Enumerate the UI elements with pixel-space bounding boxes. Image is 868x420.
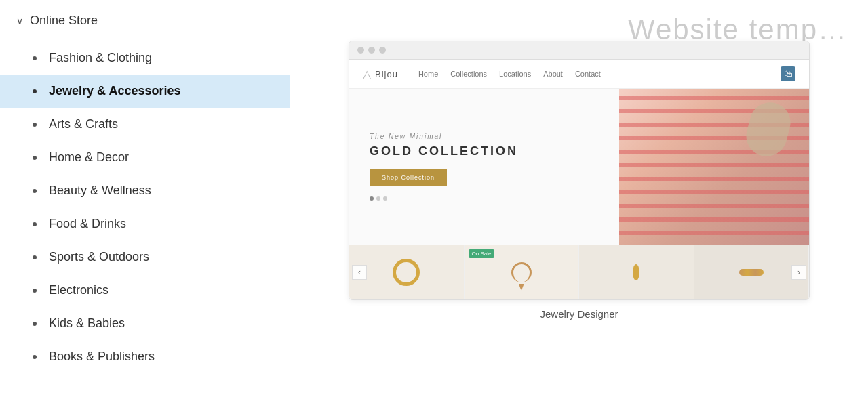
sidebar-item-label: Food & Drinks: [49, 217, 126, 231]
page-title-area: Website temp…: [311, 14, 848, 41]
next-arrow-button[interactable]: ›: [791, 265, 806, 280]
sidebar-dot: [33, 56, 37, 60]
necklace-icon: [511, 262, 532, 282]
sidebar-item-fashion[interactable]: Fashion & Clothing: [0, 41, 290, 75]
hero-title: GOLD COLLECTION: [370, 144, 599, 159]
sidebar-dot: [33, 355, 37, 359]
nav-link[interactable]: Contact: [575, 70, 601, 78]
sidebar-dot: [33, 289, 37, 293]
sidebar-header[interactable]: ∨ Online Store: [0, 14, 290, 41]
sidebar-dot: [33, 255, 37, 259]
nav-link[interactable]: Locations: [499, 70, 531, 78]
nav-link[interactable]: Collections: [450, 70, 487, 78]
sidebar-item-sports[interactable]: Sports & Outdoors: [0, 240, 290, 274]
hero-dots: [370, 196, 599, 201]
preview-logo: △ Bijou: [363, 68, 398, 81]
sidebar-item-label: Electronics: [49, 283, 108, 297]
product-thumb-2[interactable]: On Sale: [465, 245, 580, 299]
sidebar-item-electronics[interactable]: Electronics: [0, 274, 290, 307]
sidebar-item-label: Books & Publishers: [49, 350, 155, 364]
sidebar-dot: [33, 189, 37, 193]
main-content: Website temp… △ Bijou HomeCollectionsLoc…: [290, 0, 868, 420]
logo-text: Bijou: [375, 69, 398, 79]
earring-icon: [633, 264, 639, 280]
sidebar-item-home[interactable]: Home & Decor: [0, 141, 290, 174]
sidebar-dot: [33, 156, 37, 160]
chain-icon: [739, 269, 764, 276]
sidebar-dot: [33, 322, 37, 326]
sidebar-item-books[interactable]: Books & Publishers: [0, 340, 290, 373]
preview-nav-links: HomeCollectionsLocationsAboutContact: [418, 70, 601, 78]
browser-dot-3: [379, 47, 386, 54]
nav-cart-icon[interactable]: 🛍: [781, 66, 795, 81]
hero-subtitle: The New Minimal: [370, 133, 599, 140]
sidebar-item-label: Arts & Crafts: [49, 117, 118, 131]
sidebar-item-food[interactable]: Food & Drinks: [0, 207, 290, 240]
hero-dot-1: [370, 196, 374, 201]
browser-dot-2: [368, 47, 375, 54]
sidebar-item-label: Home & Decor: [49, 150, 129, 165]
sidebar-item-beauty[interactable]: Beauty & Wellness: [0, 174, 290, 207]
hero-shop-button[interactable]: Shop Collection: [370, 169, 447, 186]
nav-link[interactable]: About: [543, 70, 563, 78]
sidebar: ∨ Online Store Fashion & ClothingJewelry…: [0, 0, 290, 420]
sidebar-dot: [33, 123, 37, 127]
sidebar-item-label: Fashion & Clothing: [49, 51, 152, 65]
browser-dot-1: [357, 47, 364, 54]
sidebar-item-kids[interactable]: Kids & Babies: [0, 307, 290, 340]
sidebar-dot: [33, 222, 37, 226]
preview-hero-image: [619, 89, 809, 245]
preview-card: △ Bijou HomeCollectionsLocationsAboutCon…: [349, 41, 810, 300]
sidebar-item-label: Kids & Babies: [49, 316, 125, 331]
page-title: Website temp…: [628, 14, 848, 41]
hero-dot-3: [383, 196, 387, 201]
preview-hero: The New Minimal GOLD COLLECTION Shop Col…: [349, 89, 809, 245]
website-preview: △ Bijou HomeCollectionsLocationsAboutCon…: [349, 60, 809, 299]
sidebar-item-arts[interactable]: Arts & Crafts: [0, 108, 290, 141]
sidebar-items-list: Fashion & ClothingJewelry & AccessoriesA…: [0, 41, 290, 373]
sidebar-header-label: Online Store: [30, 14, 98, 28]
logo-icon: △: [363, 68, 371, 81]
ring-icon: [393, 259, 420, 286]
preview-hero-text: The New Minimal GOLD COLLECTION Shop Col…: [349, 89, 619, 245]
on-sale-badge: On Sale: [469, 249, 495, 258]
preview-label: Jewelry Designer: [532, 300, 626, 328]
sidebar-item-label: Jewelry & Accessories: [49, 84, 180, 98]
nav-link[interactable]: Home: [418, 70, 438, 78]
product-thumb-3[interactable]: [579, 245, 694, 299]
sidebar-dot: [33, 89, 37, 93]
sidebar-item-label: Beauty & Wellness: [49, 184, 151, 198]
hero-dot-2: [376, 196, 380, 201]
sidebar-item-label: Sports & Outdoors: [49, 250, 149, 264]
sidebar-item-jewelry[interactable]: Jewelry & Accessories: [0, 75, 290, 108]
prev-arrow-button[interactable]: ‹: [352, 265, 367, 280]
browser-chrome: [349, 41, 809, 60]
preview-nav: △ Bijou HomeCollectionsLocationsAboutCon…: [349, 60, 809, 89]
preview-products: ‹ On Sale ›: [349, 245, 809, 299]
chevron-down-icon: ∨: [16, 16, 23, 26]
